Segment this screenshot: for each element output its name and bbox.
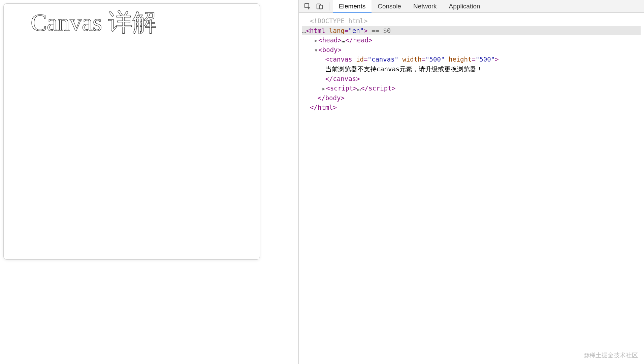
tab-console[interactable]: Console — [372, 0, 407, 13]
dom-html-open[interactable]: …<html lang="en"> == $0 — [302, 26, 641, 36]
tab-application[interactable]: Application — [443, 0, 486, 13]
chevron-right-icon[interactable]: ▶ — [321, 86, 326, 92]
dom-body-open[interactable]: ▼<body> — [302, 45, 641, 55]
tab-network[interactable]: Network — [407, 0, 443, 13]
dom-canvas-open[interactable]: <canvas id="canvas" width="500" height="… — [302, 54, 641, 64]
elements-dom-tree[interactable]: <!DOCTYPE html> …<html lang="en"> == $0 … — [299, 13, 644, 364]
dom-script[interactable]: ▶<script>…</script> — [302, 83, 641, 93]
device-toolbar-icon[interactable] — [315, 2, 324, 11]
tab-elements[interactable]: Elements — [333, 0, 372, 13]
svg-rect-2 — [320, 5, 322, 9]
devtools-panel: Elements Console Network Application <!D… — [298, 0, 644, 364]
chevron-down-icon[interactable]: ▼ — [314, 47, 318, 53]
tab-separator — [329, 2, 329, 10]
chevron-right-icon[interactable]: ▶ — [314, 38, 318, 44]
canvas-element[interactable] — [4, 4, 260, 260]
dom-head[interactable]: ▶<head>…</head> — [302, 35, 641, 45]
page-viewport — [0, 0, 298, 364]
dom-doctype[interactable]: <!DOCTYPE html> — [302, 16, 641, 26]
inspect-element-icon[interactable] — [303, 2, 312, 11]
dom-canvas-text[interactable]: 当前浏览器不支持canvas元素，请升级或更换浏览器！ — [302, 64, 641, 74]
watermark-text: @稀土掘金技术社区 — [583, 351, 638, 359]
canvas-container — [3, 3, 260, 260]
dom-canvas-close[interactable]: </canvas> — [302, 74, 641, 84]
dom-body-close[interactable]: </body> — [302, 93, 641, 103]
dom-html-close[interactable]: </html> — [302, 103, 641, 112]
devtools-tab-bar: Elements Console Network Application — [299, 0, 644, 13]
